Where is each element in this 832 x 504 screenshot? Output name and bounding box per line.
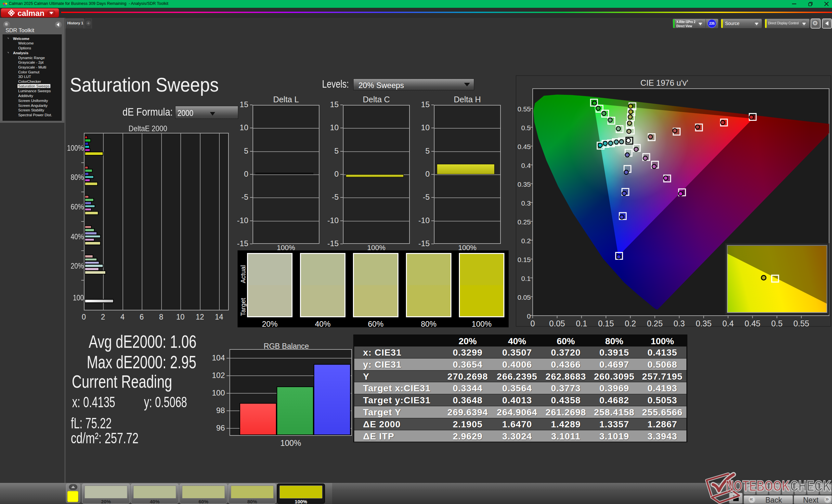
svg-text:0.45: 0.45 [745,319,760,327]
svg-text:0.05: 0.05 [517,293,531,301]
svg-text:CIE 1976 u'v': CIE 1976 u'v' [640,78,688,87]
svg-text:0.3: 0.3 [521,199,531,207]
svg-text:0.35: 0.35 [696,319,712,327]
svg-text:CHECK: CHECK [790,477,831,494]
svg-text:0.55: 0.55 [517,105,531,113]
svg-text:0.2: 0.2 [521,237,531,245]
svg-text:0.4: 0.4 [723,319,734,327]
svg-text:0.45: 0.45 [517,143,531,150]
svg-text:0.2: 0.2 [625,319,636,327]
svg-text:0.3: 0.3 [674,319,685,327]
svg-text:NOTEBOOK: NOTEBOOK [726,477,790,494]
svg-text:0.25: 0.25 [517,218,531,226]
svg-text:0.25: 0.25 [647,319,663,327]
svg-text:0.5: 0.5 [771,319,783,327]
svg-text:0.5: 0.5 [521,124,531,132]
svg-text:0.35: 0.35 [517,180,531,188]
svg-text:0.1: 0.1 [521,275,531,282]
svg-text:0.15: 0.15 [517,256,531,263]
svg-text:0.55: 0.55 [793,319,809,327]
svg-text:0.15: 0.15 [598,319,614,327]
svg-text:0.1: 0.1 [576,319,587,327]
svg-text:0.05: 0.05 [549,319,565,327]
svg-text:0: 0 [530,319,535,327]
svg-text:0.4: 0.4 [521,162,531,169]
